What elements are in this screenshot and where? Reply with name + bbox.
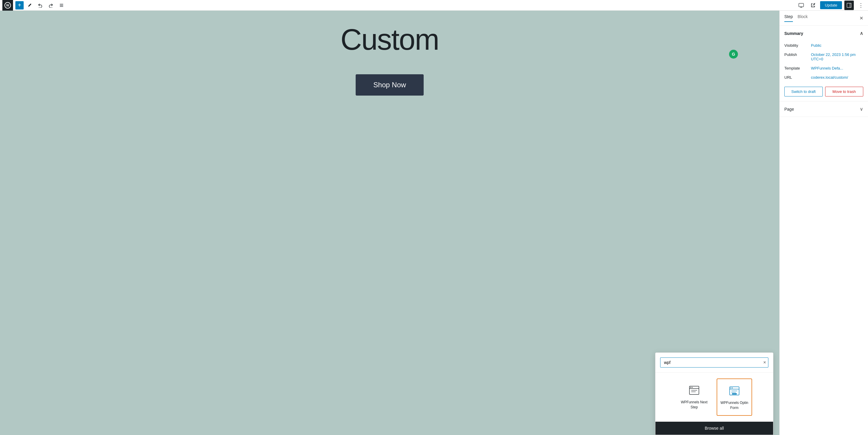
- pencil-icon: [27, 3, 32, 8]
- redo-icon: [49, 3, 53, 8]
- toolbar-left: +: [16, 1, 66, 10]
- undo-icon: [38, 3, 42, 8]
- list-view-button[interactable]: [57, 1, 66, 10]
- add-block-toolbar-button[interactable]: +: [16, 1, 24, 9]
- page-heading: Custom: [341, 23, 434, 57]
- redo-button[interactable]: [46, 1, 56, 10]
- shop-now-button[interactable]: Shop Now: [355, 74, 424, 95]
- edit-mode-button[interactable]: [25, 1, 34, 10]
- list-view-icon: [59, 3, 64, 8]
- toolbar: W +: [0, 0, 434, 11]
- main-layout: Custom Shop Now G + ×: [0, 11, 434, 218]
- canvas-area: Custom Shop Now G + ×: [0, 11, 434, 218]
- wp-logo: W: [2, 0, 13, 11]
- canvas-content: Custom Shop Now: [301, 23, 434, 95]
- undo-button[interactable]: [35, 1, 45, 10]
- wp-logo-icon: W: [4, 2, 11, 8]
